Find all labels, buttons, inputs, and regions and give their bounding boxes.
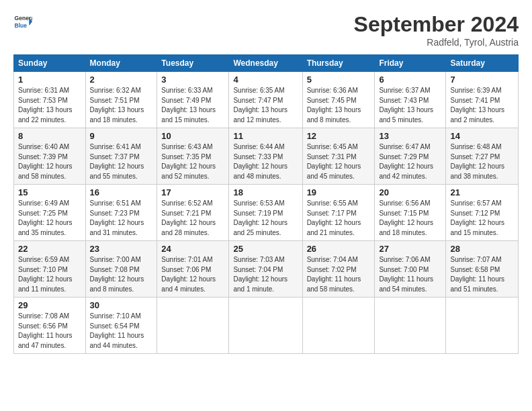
day-info: Sunrise: 6:55 AMSunset: 7:17 PMDaylight:… (307, 199, 371, 238)
day-info: Sunrise: 7:06 AMSunset: 7:00 PMDaylight:… (379, 255, 441, 294)
calendar-table: Sunday Monday Tuesday Wednesday Thursday… (13, 54, 519, 354)
day-info: Sunrise: 6:47 AMSunset: 7:29 PMDaylight:… (379, 142, 441, 181)
calendar-cell (157, 298, 229, 354)
day-info: Sunrise: 6:37 AMSunset: 7:43 PMDaylight:… (379, 86, 441, 125)
day-info: Sunrise: 7:03 AMSunset: 7:04 PMDaylight:… (233, 255, 298, 294)
day-info: Sunrise: 6:57 AMSunset: 7:12 PMDaylight:… (450, 199, 514, 238)
day-info: Sunrise: 6:40 AMSunset: 7:39 PMDaylight:… (18, 142, 81, 181)
calendar-cell: 6Sunrise: 6:37 AMSunset: 7:43 PMDaylight… (375, 72, 446, 128)
title-block: September 2024 Radfeld, Tyrol, Austria (354, 12, 519, 48)
day-info: Sunrise: 6:49 AMSunset: 7:25 PMDaylight:… (18, 199, 81, 238)
day-number: 23 (90, 244, 153, 254)
day-number: 7 (450, 75, 514, 85)
day-number: 17 (161, 187, 224, 197)
calendar-cell: 12Sunrise: 6:45 AMSunset: 7:31 PMDayligh… (302, 128, 375, 185)
calendar-cell (375, 298, 446, 354)
day-number: 16 (90, 187, 153, 197)
calendar-cell: 29Sunrise: 7:08 AMSunset: 6:56 PMDayligh… (14, 298, 86, 354)
location: Radfeld, Tyrol, Austria (354, 37, 519, 48)
day-number: 19 (307, 187, 371, 197)
col-saturday: Saturday (446, 55, 519, 72)
day-number: 24 (161, 244, 224, 254)
day-number: 28 (450, 244, 514, 254)
calendar-cell: 3Sunrise: 6:33 AMSunset: 7:49 PMDaylight… (157, 72, 229, 128)
day-info: Sunrise: 6:53 AMSunset: 7:19 PMDaylight:… (233, 199, 298, 238)
day-info: Sunrise: 7:04 AMSunset: 7:02 PMDaylight:… (307, 255, 371, 294)
calendar-cell: 30Sunrise: 7:10 AMSunset: 6:54 PMDayligh… (85, 298, 157, 354)
day-info: Sunrise: 6:39 AMSunset: 7:41 PMDaylight:… (450, 86, 514, 125)
calendar-cell: 19Sunrise: 6:55 AMSunset: 7:17 PMDayligh… (302, 185, 375, 241)
day-info: Sunrise: 6:52 AMSunset: 7:21 PMDaylight:… (161, 199, 224, 238)
calendar-cell: 1Sunrise: 6:31 AMSunset: 7:53 PMDaylight… (14, 72, 86, 128)
calendar-cell: 13Sunrise: 6:47 AMSunset: 7:29 PMDayligh… (375, 128, 446, 185)
day-info: Sunrise: 7:01 AMSunset: 7:06 PMDaylight:… (161, 255, 224, 294)
calendar-cell: 17Sunrise: 6:52 AMSunset: 7:21 PMDayligh… (157, 185, 229, 241)
day-info: Sunrise: 7:07 AMSunset: 6:58 PMDaylight:… (450, 255, 514, 294)
day-info: Sunrise: 6:51 AMSunset: 7:23 PMDaylight:… (90, 199, 153, 238)
calendar-cell: 22Sunrise: 6:59 AMSunset: 7:10 PMDayligh… (14, 241, 86, 298)
week-row-5: 29Sunrise: 7:08 AMSunset: 6:56 PMDayligh… (14, 298, 519, 354)
day-number: 1 (18, 75, 81, 85)
calendar-cell: 24Sunrise: 7:01 AMSunset: 7:06 PMDayligh… (157, 241, 229, 298)
calendar-cell: 15Sunrise: 6:49 AMSunset: 7:25 PMDayligh… (14, 185, 86, 241)
calendar-cell: 27Sunrise: 7:06 AMSunset: 7:00 PMDayligh… (375, 241, 446, 298)
day-info: Sunrise: 6:41 AMSunset: 7:37 PMDaylight:… (90, 142, 153, 181)
calendar-body: 1Sunrise: 6:31 AMSunset: 7:53 PMDaylight… (14, 72, 519, 354)
day-number: 8 (18, 131, 81, 141)
calendar-cell (229, 298, 302, 354)
day-info: Sunrise: 6:32 AMSunset: 7:51 PMDaylight:… (90, 86, 153, 125)
day-number: 2 (90, 75, 153, 85)
day-number: 15 (18, 187, 81, 197)
day-info: Sunrise: 6:35 AMSunset: 7:47 PMDaylight:… (233, 86, 298, 125)
calendar-cell: 20Sunrise: 6:56 AMSunset: 7:15 PMDayligh… (375, 185, 446, 241)
calendar-cell: 14Sunrise: 6:48 AMSunset: 7:27 PMDayligh… (446, 128, 519, 185)
day-number: 9 (90, 131, 153, 141)
day-info: Sunrise: 6:45 AMSunset: 7:31 PMDaylight:… (307, 142, 371, 181)
col-tuesday: Tuesday (157, 55, 229, 72)
logo: General Blue (13, 12, 32, 31)
calendar-cell: 4Sunrise: 6:35 AMSunset: 7:47 PMDaylight… (229, 72, 302, 128)
calendar-cell: 28Sunrise: 7:07 AMSunset: 6:58 PMDayligh… (446, 241, 519, 298)
day-number: 21 (450, 187, 514, 197)
day-number: 4 (233, 75, 298, 85)
page: General Blue September 2024 Radfeld, Tyr… (0, 0, 532, 361)
day-number: 10 (161, 131, 224, 141)
day-number: 29 (18, 300, 81, 310)
calendar-cell: 5Sunrise: 6:36 AMSunset: 7:45 PMDaylight… (302, 72, 375, 128)
day-number: 11 (233, 131, 298, 141)
day-number: 27 (379, 244, 441, 254)
day-info: Sunrise: 6:56 AMSunset: 7:15 PMDaylight:… (379, 199, 441, 238)
day-info: Sunrise: 6:43 AMSunset: 7:35 PMDaylight:… (161, 142, 224, 181)
header: General Blue September 2024 Radfeld, Tyr… (13, 12, 519, 48)
day-number: 12 (307, 131, 371, 141)
logo-icon: General Blue (13, 12, 32, 31)
calendar-cell: 16Sunrise: 6:51 AMSunset: 7:23 PMDayligh… (85, 185, 157, 241)
day-number: 25 (233, 244, 298, 254)
calendar-cell (446, 298, 519, 354)
calendar-cell: 23Sunrise: 7:00 AMSunset: 7:08 PMDayligh… (85, 241, 157, 298)
day-number: 13 (379, 131, 441, 141)
day-number: 26 (307, 244, 371, 254)
calendar-cell: 2Sunrise: 6:32 AMSunset: 7:51 PMDaylight… (85, 72, 157, 128)
day-info: Sunrise: 6:31 AMSunset: 7:53 PMDaylight:… (18, 86, 81, 125)
day-info: Sunrise: 6:59 AMSunset: 7:10 PMDaylight:… (18, 255, 81, 294)
week-row-1: 1Sunrise: 6:31 AMSunset: 7:53 PMDaylight… (14, 72, 519, 128)
calendar-cell: 25Sunrise: 7:03 AMSunset: 7:04 PMDayligh… (229, 241, 302, 298)
col-sunday: Sunday (14, 55, 86, 72)
day-info: Sunrise: 7:00 AMSunset: 7:08 PMDaylight:… (90, 255, 153, 294)
header-row: Sunday Monday Tuesday Wednesday Thursday… (14, 55, 519, 72)
day-number: 20 (379, 187, 441, 197)
calendar-cell: 21Sunrise: 6:57 AMSunset: 7:12 PMDayligh… (446, 185, 519, 241)
day-number: 14 (450, 131, 514, 141)
month-title: September 2024 (354, 12, 519, 37)
col-wednesday: Wednesday (229, 55, 302, 72)
day-info: Sunrise: 7:10 AMSunset: 6:54 PMDaylight:… (90, 312, 153, 351)
day-info: Sunrise: 6:48 AMSunset: 7:27 PMDaylight:… (450, 142, 514, 181)
col-friday: Friday (375, 55, 446, 72)
col-thursday: Thursday (302, 55, 375, 72)
week-row-3: 15Sunrise: 6:49 AMSunset: 7:25 PMDayligh… (14, 185, 519, 241)
day-number: 30 (90, 300, 153, 310)
calendar-cell: 26Sunrise: 7:04 AMSunset: 7:02 PMDayligh… (302, 241, 375, 298)
calendar-cell: 11Sunrise: 6:44 AMSunset: 7:33 PMDayligh… (229, 128, 302, 185)
day-info: Sunrise: 6:33 AMSunset: 7:49 PMDaylight:… (161, 86, 224, 125)
